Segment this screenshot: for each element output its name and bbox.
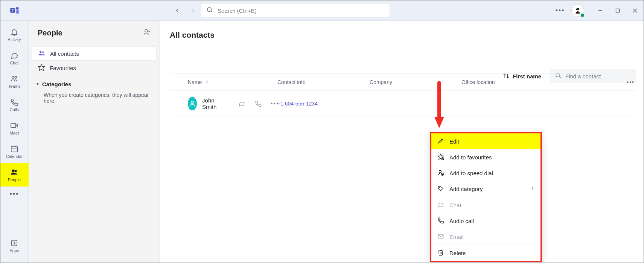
col-contact-label: Contact info: [277, 79, 306, 85]
teams-icon: T: [9, 5, 20, 16]
rail-calendar[interactable]: Calendar: [0, 140, 29, 163]
rail-people[interactable]: People: [0, 163, 29, 187]
ctx-label: Chat: [449, 202, 461, 208]
side-item-label: Favourites: [50, 65, 76, 71]
contact-avatar: [188, 97, 197, 110]
svg-point-43: [439, 170, 442, 173]
ctx-add-category[interactable]: Add category: [431, 181, 540, 197]
svg-point-19: [12, 170, 15, 172]
window-close-button[interactable]: [626, 0, 644, 21]
side-favourites[interactable]: Favourites: [32, 61, 157, 75]
search-icon: [206, 6, 213, 15]
row-call-button[interactable]: [252, 97, 265, 110]
settings-more-button[interactable]: •••: [553, 7, 568, 15]
app-rail: Activity Chat Teams Calls Meet Calendar: [0, 21, 29, 263]
title-bar: T •••: [0, 0, 644, 21]
star-add-icon: [437, 153, 444, 161]
contacts-icon: [38, 49, 46, 58]
rail-label: People: [8, 177, 21, 182]
rail-label: Activity: [8, 37, 21, 42]
trash-icon: [437, 249, 444, 257]
ctx-add-favourites[interactable]: Add to favourites: [431, 149, 540, 165]
contacts-table: Name Contact info Company Office locatio…: [170, 73, 636, 116]
svg-line-5: [211, 11, 212, 12]
rail-label: Calls: [10, 107, 19, 112]
chevron-down-icon: [35, 81, 40, 87]
rail-activity[interactable]: Activity: [0, 23, 29, 46]
col-company-header[interactable]: Company: [370, 79, 461, 85]
people-icon: [10, 168, 18, 176]
chat-icon: [437, 201, 444, 209]
col-contact-header[interactable]: Contact info: [277, 79, 370, 85]
svg-marker-38: [434, 117, 444, 128]
svg-point-47: [439, 187, 440, 187]
ctx-label: Edit: [449, 138, 459, 145]
ctx-add-speed-dial[interactable]: Add to speed dial: [431, 165, 540, 181]
svg-point-13: [15, 76, 17, 78]
calendar-icon: [10, 145, 18, 153]
apps-icon: [10, 239, 18, 247]
ctx-label: Add category: [449, 186, 483, 192]
contact-phone[interactable]: +1 604-555-1234: [277, 101, 318, 107]
column-options-button[interactable]: •••: [627, 79, 635, 85]
close-icon: [633, 8, 637, 13]
phone-icon: [10, 98, 18, 106]
profile-avatar[interactable]: [571, 4, 584, 17]
ctx-label: Audio call: [449, 218, 474, 224]
col-name-header[interactable]: Name: [170, 79, 277, 85]
rail-label: Calendar: [6, 154, 23, 159]
chat-icon: [238, 100, 245, 107]
categories-toggle[interactable]: Categories: [35, 81, 153, 87]
nav-forward-button[interactable]: [187, 5, 199, 16]
person-icon: [189, 100, 196, 107]
global-search-input[interactable]: [218, 8, 384, 14]
rail-chat[interactable]: Chat: [0, 46, 29, 70]
svg-text:T: T: [11, 8, 14, 12]
nav-back-button[interactable]: [172, 5, 183, 16]
maximize-icon: [615, 8, 620, 13]
global-search[interactable]: [201, 4, 390, 17]
categories-help-text: When you create categories, they will ap…: [44, 92, 153, 104]
rail-label: Meet: [10, 131, 19, 135]
rail-teams[interactable]: Teams: [0, 70, 29, 93]
mail-icon: [437, 233, 444, 241]
ctx-delete[interactable]: Delete: [431, 245, 540, 261]
svg-rect-14: [11, 123, 16, 127]
window-minimize-button[interactable]: [592, 0, 609, 21]
rail-apps[interactable]: Apps: [0, 234, 29, 257]
app-window: T ••• Activity: [0, 0, 644, 263]
ctx-label: Add to favourites: [449, 154, 492, 161]
minimize-icon: [598, 8, 603, 13]
window-maximize-button[interactable]: [609, 0, 626, 21]
teams-people-icon: [10, 75, 18, 83]
svg-point-20: [15, 170, 16, 172]
ctx-label: Email: [449, 234, 464, 240]
chevron-right-icon: [190, 7, 196, 14]
svg-rect-9: [616, 9, 620, 12]
phone-icon: [437, 217, 444, 225]
col-office-label: Office location: [461, 79, 495, 85]
ctx-audio-call[interactable]: Audio call: [431, 213, 540, 229]
rail-calls[interactable]: Calls: [0, 93, 29, 116]
person-add-icon: [143, 28, 151, 36]
row-chat-button[interactable]: [235, 97, 248, 110]
chevron-right-icon: [530, 186, 535, 192]
table-row[interactable]: John Smith ••• +1 604-555-1234: [170, 91, 636, 116]
svg-point-28: [42, 51, 44, 53]
rail-label: Apps: [9, 248, 19, 253]
contact-name: John Smith: [202, 97, 221, 110]
add-contact-button[interactable]: [143, 28, 151, 37]
side-all-contacts[interactable]: All contacts: [32, 46, 157, 61]
rail-label: Teams: [8, 84, 20, 89]
col-office-header[interactable]: Office location: [461, 79, 636, 85]
rail-more[interactable]: •••: [0, 187, 28, 202]
people-side-panel: People All contacts Favourites Categorie…: [29, 21, 160, 263]
phone-icon: [255, 100, 262, 107]
ctx-edit[interactable]: Edit: [431, 133, 540, 149]
side-title: People: [38, 29, 62, 37]
col-company-label: Company: [370, 79, 392, 85]
ctx-chat: Chat: [431, 197, 540, 213]
svg-marker-30: [37, 84, 39, 85]
rail-meet[interactable]: Meet: [0, 116, 29, 140]
svg-point-27: [40, 51, 41, 53]
